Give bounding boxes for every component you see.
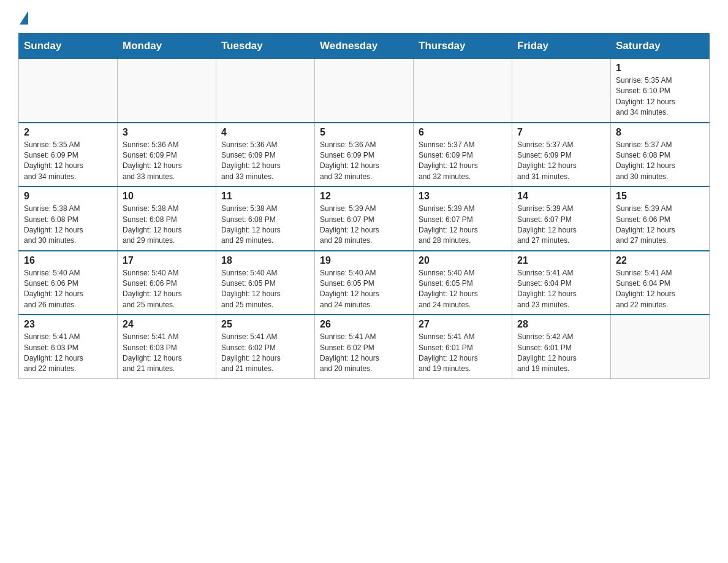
day-number: 8: [616, 127, 704, 138]
day-number: 26: [320, 319, 408, 330]
calendar-cell: 24Sunrise: 5:41 AM Sunset: 6:03 PM Dayli…: [118, 315, 216, 378]
day-number: 3: [123, 127, 211, 138]
calendar-cell: 11Sunrise: 5:38 AM Sunset: 6:08 PM Dayli…: [216, 186, 315, 251]
weekday-sunday: Sunday: [19, 34, 118, 59]
calendar-cell: 7Sunrise: 5:37 AM Sunset: 6:09 PM Daylig…: [512, 123, 611, 187]
logo-triangle-icon: [20, 11, 28, 25]
calendar-cell: [216, 59, 315, 123]
day-number: 25: [221, 319, 309, 330]
day-number: 2: [24, 127, 112, 138]
weekday-friday: Friday: [512, 34, 611, 59]
calendar-cell: [315, 59, 414, 123]
weekday-saturday: Saturday: [611, 34, 710, 59]
day-number: 16: [24, 255, 112, 266]
calendar-cell: 14Sunrise: 5:39 AM Sunset: 6:07 PM Dayli…: [512, 186, 611, 251]
calendar-cell: 26Sunrise: 5:41 AM Sunset: 6:02 PM Dayli…: [315, 315, 414, 378]
calendar-cell: [19, 59, 118, 123]
calendar-cell: 10Sunrise: 5:38 AM Sunset: 6:08 PM Dayli…: [118, 186, 216, 251]
day-info: Sunrise: 5:37 AM Sunset: 6:09 PM Dayligh…: [517, 140, 577, 181]
day-number: 23: [24, 319, 112, 330]
calendar-week-row: 9Sunrise: 5:38 AM Sunset: 6:08 PM Daylig…: [19, 186, 710, 251]
calendar-cell: 3Sunrise: 5:36 AM Sunset: 6:09 PM Daylig…: [118, 123, 216, 187]
calendar-cell: 19Sunrise: 5:40 AM Sunset: 6:05 PM Dayli…: [315, 251, 414, 315]
calendar-cell: 9Sunrise: 5:38 AM Sunset: 6:08 PM Daylig…: [19, 186, 118, 251]
day-info: Sunrise: 5:41 AM Sunset: 6:04 PM Dayligh…: [616, 269, 675, 309]
calendar-week-row: 23Sunrise: 5:41 AM Sunset: 6:03 PM Dayli…: [19, 315, 710, 378]
calendar-cell: 16Sunrise: 5:40 AM Sunset: 6:06 PM Dayli…: [19, 251, 118, 315]
day-number: 4: [221, 127, 309, 138]
calendar-cell: 18Sunrise: 5:40 AM Sunset: 6:05 PM Dayli…: [216, 251, 315, 315]
day-number: 15: [616, 191, 704, 202]
weekday-header-row: SundayMondayTuesdayWednesdayThursdayFrid…: [19, 34, 710, 59]
day-info: Sunrise: 5:40 AM Sunset: 6:05 PM Dayligh…: [320, 269, 379, 309]
calendar-cell: [414, 59, 512, 123]
day-info: Sunrise: 5:41 AM Sunset: 6:01 PM Dayligh…: [419, 332, 478, 373]
day-number: 27: [419, 319, 507, 330]
day-info: Sunrise: 5:38 AM Sunset: 6:08 PM Dayligh…: [24, 204, 83, 245]
day-number: 12: [320, 191, 408, 202]
calendar-cell: [118, 59, 216, 123]
day-info: Sunrise: 5:40 AM Sunset: 6:05 PM Dayligh…: [419, 269, 478, 309]
calendar-cell: 8Sunrise: 5:37 AM Sunset: 6:08 PM Daylig…: [611, 123, 710, 187]
calendar-cell: 15Sunrise: 5:39 AM Sunset: 6:06 PM Dayli…: [611, 186, 710, 251]
day-info: Sunrise: 5:37 AM Sunset: 6:08 PM Dayligh…: [616, 140, 675, 181]
calendar-week-row: 1Sunrise: 5:35 AM Sunset: 6:10 PM Daylig…: [19, 59, 710, 123]
calendar-week-row: 16Sunrise: 5:40 AM Sunset: 6:06 PM Dayli…: [19, 251, 710, 315]
day-number: 5: [320, 127, 408, 138]
day-info: Sunrise: 5:41 AM Sunset: 6:04 PM Dayligh…: [517, 269, 577, 309]
calendar-cell: 25Sunrise: 5:41 AM Sunset: 6:02 PM Dayli…: [216, 315, 315, 378]
calendar-week-row: 2Sunrise: 5:35 AM Sunset: 6:09 PM Daylig…: [19, 123, 710, 187]
day-number: 9: [24, 191, 112, 202]
day-info: Sunrise: 5:39 AM Sunset: 6:07 PM Dayligh…: [419, 204, 478, 245]
day-info: Sunrise: 5:41 AM Sunset: 6:02 PM Dayligh…: [320, 332, 379, 373]
day-number: 6: [419, 127, 507, 138]
calendar-cell: 20Sunrise: 5:40 AM Sunset: 6:05 PM Dayli…: [414, 251, 512, 315]
day-number: 18: [221, 255, 309, 266]
day-number: 24: [123, 319, 211, 330]
day-number: 10: [123, 191, 211, 202]
calendar-cell: 1Sunrise: 5:35 AM Sunset: 6:10 PM Daylig…: [611, 59, 710, 123]
day-number: 19: [320, 255, 408, 266]
calendar-cell: 6Sunrise: 5:37 AM Sunset: 6:09 PM Daylig…: [414, 123, 512, 187]
day-info: Sunrise: 5:40 AM Sunset: 6:06 PM Dayligh…: [123, 269, 182, 309]
weekday-monday: Monday: [118, 34, 216, 59]
day-number: 20: [419, 255, 507, 266]
calendar-cell: 23Sunrise: 5:41 AM Sunset: 6:03 PM Dayli…: [19, 315, 118, 378]
calendar-cell: 13Sunrise: 5:39 AM Sunset: 6:07 PM Dayli…: [414, 186, 512, 251]
day-info: Sunrise: 5:35 AM Sunset: 6:10 PM Dayligh…: [616, 76, 675, 117]
day-number: 1: [616, 63, 704, 74]
day-info: Sunrise: 5:36 AM Sunset: 6:09 PM Dayligh…: [320, 140, 379, 181]
day-number: 22: [616, 255, 704, 266]
day-info: Sunrise: 5:39 AM Sunset: 6:07 PM Dayligh…: [320, 204, 379, 245]
day-number: 13: [419, 191, 507, 202]
day-info: Sunrise: 5:35 AM Sunset: 6:09 PM Dayligh…: [24, 140, 83, 181]
calendar-cell: 28Sunrise: 5:42 AM Sunset: 6:01 PM Dayli…: [512, 315, 611, 378]
calendar-table: SundayMondayTuesdayWednesdayThursdayFrid…: [18, 33, 710, 379]
calendar-cell: 12Sunrise: 5:39 AM Sunset: 6:07 PM Dayli…: [315, 186, 414, 251]
calendar-cell: 21Sunrise: 5:41 AM Sunset: 6:04 PM Dayli…: [512, 251, 611, 315]
weekday-thursday: Thursday: [414, 34, 512, 59]
day-info: Sunrise: 5:40 AM Sunset: 6:06 PM Dayligh…: [24, 269, 83, 309]
day-info: Sunrise: 5:39 AM Sunset: 6:07 PM Dayligh…: [517, 204, 577, 245]
day-info: Sunrise: 5:37 AM Sunset: 6:09 PM Dayligh…: [419, 140, 478, 181]
day-info: Sunrise: 5:41 AM Sunset: 6:03 PM Dayligh…: [123, 332, 182, 373]
calendar-cell: 22Sunrise: 5:41 AM Sunset: 6:04 PM Dayli…: [611, 251, 710, 315]
weekday-wednesday: Wednesday: [315, 34, 414, 59]
day-number: 11: [221, 191, 309, 202]
day-info: Sunrise: 5:40 AM Sunset: 6:05 PM Dayligh…: [221, 269, 281, 309]
day-number: 14: [517, 191, 605, 202]
calendar-cell: [512, 59, 611, 123]
calendar-cell: 5Sunrise: 5:36 AM Sunset: 6:09 PM Daylig…: [315, 123, 414, 187]
day-number: 21: [517, 255, 605, 266]
day-info: Sunrise: 5:36 AM Sunset: 6:09 PM Dayligh…: [221, 140, 281, 181]
page-header: [18, 12, 710, 23]
day-info: Sunrise: 5:36 AM Sunset: 6:09 PM Dayligh…: [123, 140, 182, 181]
weekday-tuesday: Tuesday: [216, 34, 315, 59]
day-number: 7: [517, 127, 605, 138]
day-info: Sunrise: 5:41 AM Sunset: 6:02 PM Dayligh…: [221, 332, 281, 373]
day-number: 17: [123, 255, 211, 266]
calendar-cell: [611, 315, 710, 378]
day-info: Sunrise: 5:38 AM Sunset: 6:08 PM Dayligh…: [123, 204, 182, 245]
calendar-cell: 27Sunrise: 5:41 AM Sunset: 6:01 PM Dayli…: [414, 315, 512, 378]
day-number: 28: [517, 319, 605, 330]
